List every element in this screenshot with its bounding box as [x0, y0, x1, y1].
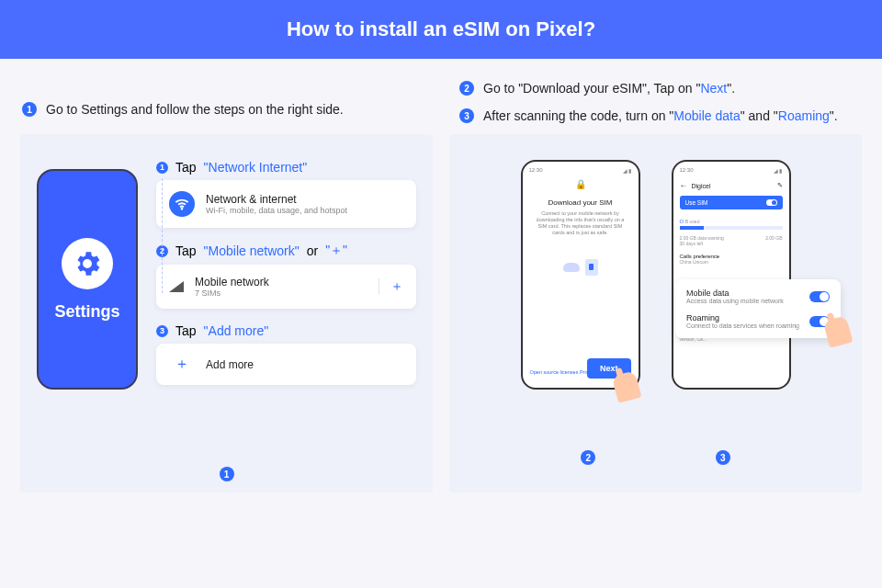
hand-pointer-icon — [611, 370, 641, 403]
carrier-header: ← Digicel ✎ — [680, 181, 783, 190]
gear-icon — [72, 248, 103, 279]
instruction-1-text: Go to Settings and follow the steps on t… — [46, 102, 344, 117]
panel-badge-2: 2 — [581, 450, 595, 465]
use-sim-toggle-row[interactable]: Use SIM — [680, 196, 783, 209]
card-sub: Wi-Fi, mobile, data usage, and hotspot — [206, 206, 347, 215]
panels-row: Settings 1 Tap "Network Internet" Networ… — [0, 134, 882, 511]
dotted-connector — [162, 178, 163, 293]
data-used-value: O B used — [680, 219, 783, 224]
cloud-icon — [563, 263, 580, 272]
roaming-title: Roaming — [686, 313, 799, 322]
status-icons: ◢ ▮ — [774, 167, 783, 174]
status-bar: 12:30 ◢ ▮ — [529, 167, 632, 174]
roaming-sub: Connect to data services when roaming — [686, 322, 799, 329]
sim-icon — [585, 259, 598, 276]
download-sim-sub: Connect to your mobile network by downlo… — [529, 210, 632, 237]
link-roaming: Roaming — [778, 108, 830, 123]
step-bullet-1: 1 — [22, 102, 37, 117]
panel-badge-3: 3 — [716, 450, 730, 465]
panel-1: Settings 1 Tap "Network Internet" Networ… — [20, 134, 433, 492]
instruction-2: 2 Go to "Download your eSIM", Tap on "Ne… — [459, 81, 860, 96]
substep-bullet-1: 1 — [156, 162, 168, 174]
mobile-data-toggle[interactable] — [809, 291, 830, 302]
substep-2: 2 Tap "Mobile network" or "＋" Mobile net… — [156, 243, 416, 309]
page-title: How to install an eSIM on Pixel? — [287, 17, 595, 41]
cloud-sim-graphic — [563, 259, 598, 276]
instruction-2-text: Go to "Download your eSIM", Tap on "Next… — [483, 81, 735, 96]
settings-phone-mock: Settings — [37, 169, 138, 390]
roaming-row[interactable]: Roaming Connect to data services when ro… — [686, 313, 830, 329]
edit-icon[interactable]: ✎ — [777, 182, 783, 189]
mobile-data-sub: Access data using mobile network — [686, 298, 784, 304]
hand-pointer-icon — [823, 315, 854, 348]
mobile-data-title: Mobile data — [686, 288, 784, 298]
instruction-3-text: After scanning the code, turn on "Mobile… — [483, 108, 838, 123]
header-bar: How to install an eSIM on Pixel? — [0, 0, 882, 59]
phone-download-sim: 12:30 ◢ ▮ 🔒 Download your SIM Connect to… — [521, 160, 640, 390]
instruction-3: 3 After scanning the code, turn on "Mobi… — [459, 108, 860, 123]
substep-1: 1 Tap "Network Internet" Network & inter… — [156, 160, 416, 228]
instruction-1: 1 Go to Settings and follow the steps on… — [22, 81, 423, 123]
plus-icon[interactable]: ＋ — [379, 278, 403, 295]
phone-carrier-settings: 12:30 ◢ ▮ ← Digicel ✎ Use SIM O B used — [672, 160, 791, 390]
wifi-icon — [169, 191, 195, 217]
status-bar: 12:30 ◢ ▮ — [680, 167, 783, 174]
download-sim-title: Download your SIM — [529, 198, 632, 207]
signal-icon — [169, 281, 184, 292]
panel-2-3: 12:30 ◢ ▮ 🔒 Download your SIM Connect to… — [449, 134, 862, 492]
card-add-more[interactable]: ＋ Add more — [156, 344, 416, 385]
card-title: Network & internet — [206, 193, 347, 206]
plus-icon: ＋ — [169, 355, 195, 374]
steps-column: 1 Tap "Network Internet" Network & inter… — [156, 160, 416, 385]
link-mobile-data: Mobile data — [673, 108, 740, 123]
link-next: Next — [700, 81, 727, 96]
card-title: Mobile network — [195, 276, 269, 288]
mobile-data-row[interactable]: Mobile data Access data using mobile net… — [686, 288, 830, 304]
step-bullet-2: 2 — [459, 81, 474, 96]
lock-icon: 🔒 — [529, 179, 632, 189]
step-bullet-3: 3 — [459, 108, 474, 123]
substep-bullet-3: 3 — [156, 325, 168, 337]
card-sub: 7 SIMs — [195, 288, 269, 298]
substep-3: 3 Tap "Add more" ＋ Add more — [156, 323, 416, 385]
settings-label: Settings — [54, 302, 119, 322]
carrier-name: Digicel — [692, 183, 711, 189]
status-icons: ◢ ▮ — [623, 167, 632, 174]
card-title: Add more — [206, 358, 254, 371]
gear-icon-circle — [62, 238, 113, 289]
back-arrow-icon[interactable]: ← — [680, 181, 688, 190]
toggles-overlay-card: Mobile data Access data using mobile net… — [675, 279, 841, 338]
instructions-row: 1 Go to Settings and follow the steps on… — [0, 59, 882, 134]
data-usage-bar — [680, 226, 783, 230]
use-sim-toggle[interactable] — [766, 199, 777, 206]
card-mobile-network[interactable]: Mobile network 7 SIMs ＋ — [156, 265, 416, 309]
panel-badge-1: 1 — [220, 467, 234, 481]
card-network-internet[interactable]: Network & internet Wi-Fi, mobile, data u… — [156, 180, 416, 228]
